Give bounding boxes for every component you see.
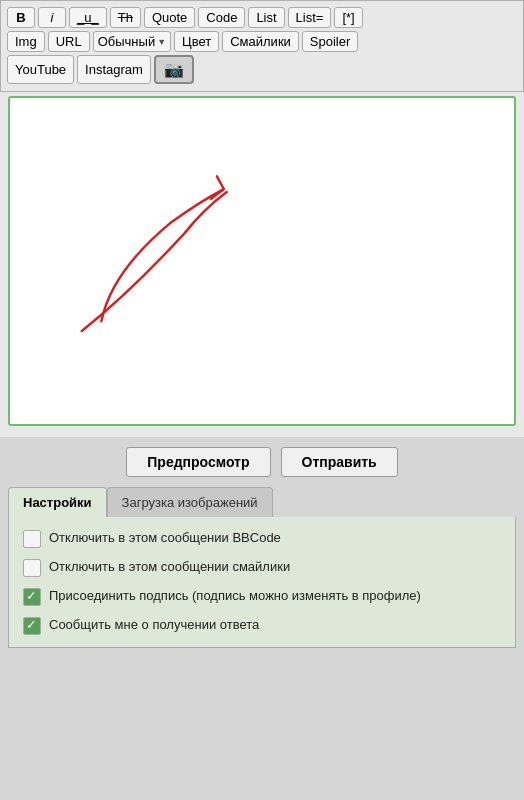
strikethrough-button[interactable]: Th xyxy=(110,7,141,28)
notify-reply-label: Сообщить мне о получении ответа xyxy=(49,616,259,634)
editor-wrapper xyxy=(0,92,524,437)
smileys-button[interactable]: Смайлики xyxy=(222,31,299,52)
notify-reply-checkbox[interactable] xyxy=(23,617,41,635)
spoiler-button[interactable]: Spoiler xyxy=(302,31,358,52)
toolbar-row-2: Img URL Обычный ▼ Цвет Смайлики Spoiler xyxy=(7,31,517,52)
tab-content-settings: Отключить в этом сообщении BBCode Отключ… xyxy=(8,517,516,648)
toolbar-row-1: B i _u_ Th Quote Code List List= [*] xyxy=(7,7,517,28)
settings-item-bbcode: Отключить в этом сообщении BBCode xyxy=(23,529,501,548)
camera-button[interactable]: 📷 xyxy=(154,55,194,84)
editor-container xyxy=(8,96,516,429)
settings-item-notify: Сообщить мне о получении ответа xyxy=(23,616,501,635)
submit-button[interactable]: Отправить xyxy=(281,447,398,477)
color-button[interactable]: Цвет xyxy=(174,31,219,52)
message-editor[interactable] xyxy=(8,96,516,426)
tabs-header: Настройки Загрузка изображений xyxy=(8,487,516,517)
attach-signature-checkbox[interactable] xyxy=(23,588,41,606)
instagram-button[interactable]: Instagram xyxy=(77,55,151,84)
font-select[interactable]: Обычный ▼ xyxy=(93,31,171,52)
disable-smileys-checkbox[interactable] xyxy=(23,559,41,577)
button-bar: Предпросмотр Отправить xyxy=(0,437,524,487)
attach-signature-label: Присоединить подпись (подпись можно изме… xyxy=(49,587,421,605)
list-ordered-button[interactable]: List= xyxy=(288,7,332,28)
tabs-area: Настройки Загрузка изображений Отключить… xyxy=(0,487,524,648)
settings-item-signature: Присоединить подпись (подпись можно изме… xyxy=(23,587,501,606)
code-button[interactable]: Code xyxy=(198,7,245,28)
settings-item-smileys: Отключить в этом сообщении смайлики xyxy=(23,558,501,577)
listitem-button[interactable]: [*] xyxy=(334,7,362,28)
underline-button[interactable]: _u_ xyxy=(69,7,107,28)
chevron-down-icon: ▼ xyxy=(157,37,166,47)
font-select-label: Обычный xyxy=(98,34,155,49)
settings-tab[interactable]: Настройки xyxy=(8,487,107,517)
youtube-button[interactable]: YouTube xyxy=(7,55,74,84)
toolbar-row-3: YouTube Instagram 📷 xyxy=(7,55,517,84)
disable-bbcode-checkbox[interactable] xyxy=(23,530,41,548)
quote-button[interactable]: Quote xyxy=(144,7,195,28)
italic-button[interactable]: i xyxy=(38,7,66,28)
toolbar: B i _u_ Th Quote Code List List= [*] Img… xyxy=(0,0,524,92)
list-button[interactable]: List xyxy=(248,7,284,28)
url-button[interactable]: URL xyxy=(48,31,90,52)
disable-smileys-label: Отключить в этом сообщении смайлики xyxy=(49,558,290,576)
bold-button[interactable]: B xyxy=(7,7,35,28)
camera-icon: 📷 xyxy=(164,61,184,78)
upload-tab[interactable]: Загрузка изображений xyxy=(107,487,273,517)
img-button[interactable]: Img xyxy=(7,31,45,52)
disable-bbcode-label: Отключить в этом сообщении BBCode xyxy=(49,529,281,547)
preview-button[interactable]: Предпросмотр xyxy=(126,447,270,477)
